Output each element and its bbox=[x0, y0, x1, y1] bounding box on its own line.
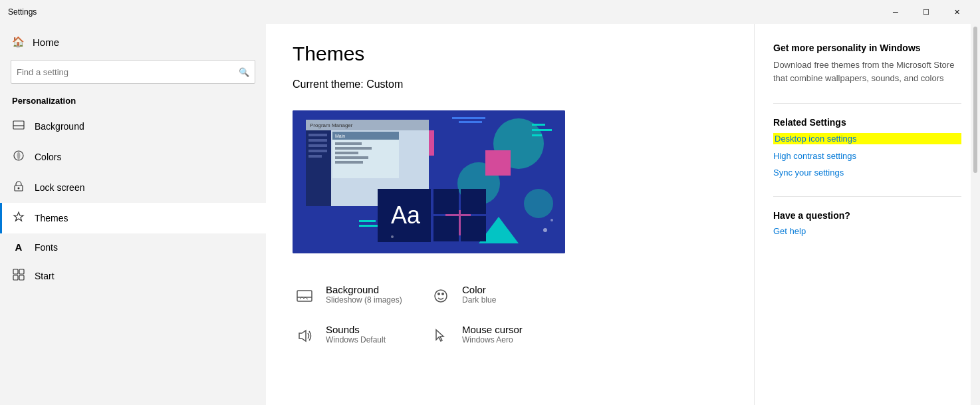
svg-point-55 bbox=[441, 293, 444, 295]
desktop-icon-settings-link[interactable]: Desktop icon settings bbox=[773, 133, 961, 144]
theme-preview[interactable]: Program Manager Main A bbox=[293, 110, 565, 253]
sidebar-home-button[interactable]: 🏠 Home bbox=[0, 29, 266, 55]
svg-marker-56 bbox=[299, 331, 306, 341]
window-controls: ─ ☐ ✕ bbox=[880, 0, 972, 24]
colors-nav-icon bbox=[12, 150, 25, 164]
svg-rect-40 bbox=[308, 150, 327, 152]
svg-rect-37 bbox=[308, 134, 327, 136]
personality-desc: Download free themes from the Microsoft … bbox=[773, 59, 961, 84]
svg-rect-41 bbox=[308, 155, 322, 158]
sounds-item-label: Sounds bbox=[326, 324, 386, 335]
svg-rect-36 bbox=[306, 130, 331, 206]
svg-rect-32 bbox=[335, 147, 372, 150]
high-contrast-settings-link[interactable]: High contrast settings bbox=[773, 151, 961, 161]
color-theme-icon bbox=[429, 284, 453, 308]
page-title: Themes bbox=[293, 43, 727, 65]
theme-color-item[interactable]: Color Dark blue bbox=[429, 276, 565, 316]
sidebar-item-colors[interactable]: Colors bbox=[0, 142, 266, 172]
theme-background-item[interactable]: Background Slideshow (8 images) bbox=[293, 276, 429, 316]
sounds-theme-icon bbox=[293, 324, 316, 348]
help-section: Have a question? Get help bbox=[773, 210, 961, 236]
maximize-button[interactable]: ☐ bbox=[911, 0, 941, 24]
sidebar-item-background[interactable]: Background bbox=[0, 111, 266, 142]
svg-rect-8 bbox=[19, 275, 24, 280]
close-button[interactable]: ✕ bbox=[941, 0, 972, 24]
svg-rect-39 bbox=[308, 144, 327, 147]
svg-rect-47 bbox=[461, 216, 486, 241]
background-item-label: Background bbox=[326, 284, 402, 295]
svg-rect-45 bbox=[461, 189, 486, 214]
svg-rect-23 bbox=[452, 117, 485, 119]
svg-rect-0 bbox=[13, 121, 24, 129]
svg-rect-51 bbox=[297, 291, 312, 301]
background-nav-label: Background bbox=[35, 121, 84, 132]
sidebar-section-title: Personalization bbox=[0, 92, 266, 111]
svg-rect-44 bbox=[433, 189, 459, 214]
svg-text:Program Manager: Program Manager bbox=[310, 122, 353, 128]
svg-rect-20 bbox=[532, 134, 542, 136]
app-title: Settings bbox=[8, 7, 37, 17]
scrollbar-track[interactable] bbox=[971, 24, 980, 405]
home-icon: 🏠 bbox=[12, 36, 25, 48]
background-theme-icon bbox=[293, 284, 316, 308]
color-item-value: Dark blue bbox=[462, 295, 496, 305]
fonts-nav-icon: A bbox=[12, 241, 25, 253]
mouse-cursor-item-value: Windows Aero bbox=[462, 335, 523, 344]
home-label: Home bbox=[33, 37, 59, 48]
svg-rect-19 bbox=[532, 129, 552, 131]
themes-nav-icon bbox=[12, 211, 25, 225]
colors-nav-label: Colors bbox=[35, 152, 61, 162]
svg-point-54 bbox=[437, 293, 440, 295]
start-nav-label: Start bbox=[35, 271, 55, 281]
svg-point-48 bbox=[543, 228, 547, 232]
current-theme-label: Current theme: Custom bbox=[293, 78, 727, 90]
svg-point-53 bbox=[435, 290, 447, 302]
question-title: Have a question? bbox=[773, 210, 961, 221]
mouse-cursor-theme-icon bbox=[429, 324, 453, 348]
svg-text:Aa: Aa bbox=[391, 202, 421, 229]
search-icon: 🔍 bbox=[239, 67, 249, 77]
svg-rect-46 bbox=[433, 216, 459, 241]
sidebar-search-box[interactable]: 🔍 bbox=[11, 60, 255, 84]
svg-rect-7 bbox=[13, 275, 18, 280]
get-help-link[interactable]: Get help bbox=[773, 226, 961, 236]
svg-rect-18 bbox=[532, 124, 545, 126]
related-settings-title: Related Settings bbox=[773, 117, 961, 128]
svg-rect-31 bbox=[335, 142, 362, 145]
theme-sounds-item[interactable]: Sounds Windows Default bbox=[293, 316, 429, 356]
svg-rect-35 bbox=[335, 161, 363, 164]
lock-screen-nav-label: Lock screen bbox=[35, 182, 84, 193]
svg-rect-34 bbox=[335, 156, 368, 159]
svg-point-50 bbox=[391, 235, 394, 238]
theme-mouse-cursor-item[interactable]: Mouse cursor Windows Aero bbox=[429, 316, 565, 356]
personality-title: Get more personality in Windows bbox=[773, 43, 961, 53]
related-settings-section: Related Settings Desktop icon settings H… bbox=[773, 117, 961, 178]
sidebar-item-fonts[interactable]: A Fonts bbox=[0, 233, 266, 261]
sidebar-item-lock-screen[interactable]: Lock screen bbox=[0, 172, 266, 203]
sounds-item-value: Windows Default bbox=[326, 335, 386, 344]
divider-2 bbox=[773, 196, 961, 197]
svg-rect-24 bbox=[459, 121, 482, 123]
search-input[interactable] bbox=[17, 67, 239, 77]
svg-text:Main: Main bbox=[335, 134, 345, 138]
svg-point-49 bbox=[551, 219, 553, 221]
sidebar-item-start[interactable]: Start bbox=[0, 261, 266, 291]
background-item-value: Slideshow (8 images) bbox=[326, 295, 402, 305]
mouse-cursor-item-label: Mouse cursor bbox=[462, 324, 523, 335]
svg-rect-5 bbox=[13, 269, 18, 274]
svg-rect-38 bbox=[308, 139, 327, 142]
sync-settings-link[interactable]: Sync your settings bbox=[773, 168, 961, 178]
svg-marker-57 bbox=[436, 330, 443, 341]
svg-rect-21 bbox=[359, 220, 376, 222]
theme-info-grid: Background Slideshow (8 images) Color Da… bbox=[293, 276, 565, 356]
scrollbar-thumb[interactable] bbox=[973, 27, 977, 173]
right-panel: Get more personality in Windows Download… bbox=[754, 24, 980, 405]
sidebar-item-themes[interactable]: Themes bbox=[0, 203, 266, 233]
fonts-nav-label: Fonts bbox=[35, 242, 58, 253]
main-content: Themes Current theme: Custom bbox=[266, 24, 754, 405]
titlebar: Settings ─ ☐ ✕ bbox=[0, 0, 980, 24]
svg-rect-14 bbox=[485, 150, 511, 176]
color-item-label: Color bbox=[462, 284, 496, 295]
themes-nav-label: Themes bbox=[35, 213, 68, 223]
minimize-button[interactable]: ─ bbox=[880, 0, 911, 24]
